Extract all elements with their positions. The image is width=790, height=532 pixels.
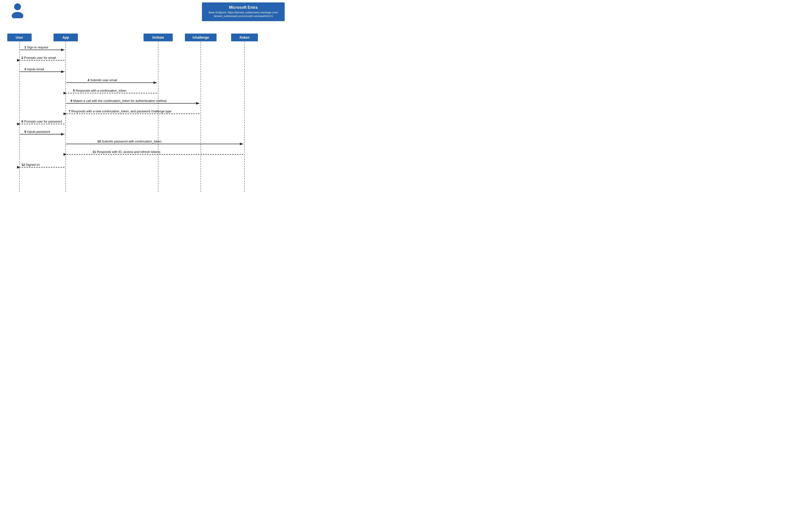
arrows-svg: 1 Sign-in request 2 Prompts user for ema… <box>0 0 292 194</box>
actor-user: User <box>7 34 32 41</box>
entra-subtitle: Base Endpoint: https://{tenant_subdomain… <box>208 11 279 18</box>
svg-text:5 Responds with a continuation: 5 Responds with a continuation_token <box>73 89 127 92</box>
actor-app: App <box>54 34 78 41</box>
svg-text:7 Responds with a new continua: 7 Responds with a new continuation_token… <box>69 109 171 113</box>
actor-initiate: /initiate <box>144 34 173 41</box>
svg-text:8 Prompts user for password: 8 Prompts user for password <box>21 120 62 123</box>
svg-text:1 Sign-in request: 1 Sign-in request <box>24 45 49 49</box>
svg-point-1 <box>12 12 23 18</box>
svg-text:10 Submits password with conti: 10 Submits password with continuation_to… <box>97 139 162 143</box>
actor-challenge: /challenge <box>185 34 217 41</box>
svg-text:9 Inputs password: 9 Inputs password <box>24 130 50 133</box>
svg-text:4 Submits user email: 4 Submits user email <box>88 78 117 82</box>
user-icon <box>10 2 25 19</box>
actor-token: /token <box>231 34 258 41</box>
svg-text:11 Responds with  ID, access a: 11 Responds with ID, access and refresh … <box>92 150 160 154</box>
entra-box: Microsoft Entra Base Endpoint: https://{… <box>202 2 284 21</box>
entra-title: Microsoft Entra <box>208 5 279 10</box>
svg-text:12 Signed in!: 12 Signed in! <box>21 163 40 167</box>
diagram-container: Microsoft Entra Base Endpoint: https://{… <box>0 0 292 194</box>
svg-point-0 <box>14 3 21 10</box>
svg-text:2 Prompts user for email: 2 Prompts user for email <box>21 56 56 60</box>
svg-text:3 Inputs email: 3 Inputs email <box>24 68 44 71</box>
svg-text:6 Makes a call with the contin: 6 Makes a call with the continuation_tok… <box>71 99 167 102</box>
